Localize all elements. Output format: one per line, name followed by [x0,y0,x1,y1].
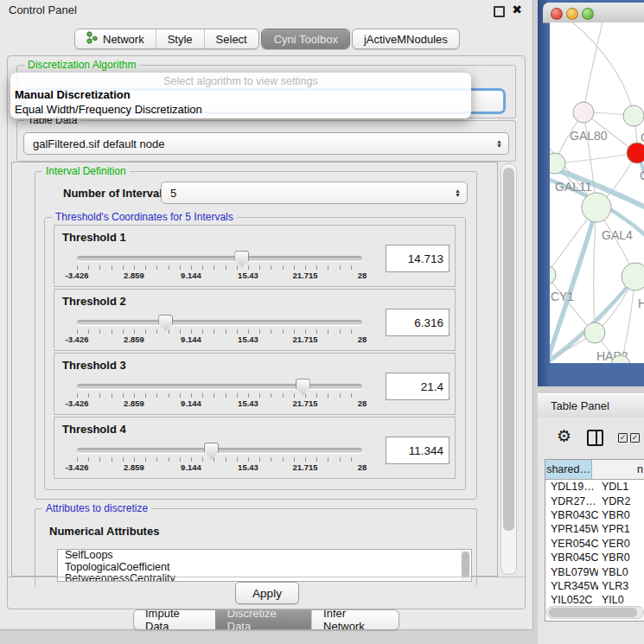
table-row[interactable]: YDL19…YDL1 [545,480,644,494]
network-canvas[interactable]: GAL80GCGAL11GAL4GCY1HHAP2 [550,22,644,363]
column-header-name[interactable]: n [592,460,644,479]
network-node[interactable] [622,263,644,290]
cell-name: YPR1 [598,523,644,535]
tab-discretize-data[interactable]: Discretize Data [215,610,311,629]
network-node-label: GAL11 [555,180,592,194]
minimize-traffic-light-icon[interactable] [566,8,578,20]
algorithm-option-equal-width[interactable]: Equal Width/Frequency Discretization [15,103,202,116]
bottom-tabs: Impute Data Discretize Data Infer Networ… [133,609,399,630]
table-data-group: Table Data galFiltered.sif default node … [16,120,516,162]
combo-arrows-icon: ▲▼ [496,139,502,148]
window-title: Control Panel [9,3,77,16]
threshold-value-field[interactable]: 6.316 [386,309,450,336]
threshold-slider[interactable] [77,448,362,453]
threshold-row: Threshold 4 -3.4262.8599.14415.4321.7152… [54,417,456,479]
tab-infer-network[interactable]: Infer Network [311,610,399,629]
checkbox-icon[interactable]: ✓ [618,433,628,443]
table-horizontal-scrollbar[interactable] [546,606,644,619]
network-window-titlebar [543,3,644,23]
attribute-list-item[interactable]: TopologicalCoefficient [58,562,471,574]
settings-scrollbar[interactable] [501,163,517,575]
control-panel-titlebar: Control Panel ✖ [0,0,532,21]
network-node-label: GAL80 [570,129,608,143]
cell-shared-name: YER054C [545,538,598,550]
threshold-value-field[interactable]: 21.4 [386,373,450,400]
float-window-icon[interactable] [494,6,505,17]
cell-shared-name: YLR345W [545,580,598,592]
threshold-slider[interactable] [77,384,362,389]
table-panel-toolbar: ⚙ ✓ ✓ [538,424,644,456]
tab-network[interactable]: Network [75,29,156,48]
apply-button[interactable]: Apply [235,582,299,604]
attributes-scrollbar[interactable] [461,551,470,580]
node-attribute-table[interactable]: shared… n YDL19…YDL1YDR27…YDR2YBR043CYBR… [545,459,644,622]
network-node[interactable] [584,322,605,343]
tab-impute-data-label: Impute Data [145,609,204,630]
table-data-combobox[interactable]: galFiltered.sif default node ▲▼ [23,132,509,155]
control-panel-window: Control Panel ✖ Network Style [0,0,533,630]
tab-cyni-toolbox[interactable]: Cyni Toolbox [262,29,349,48]
threshold-label: Threshold 2 [62,295,126,308]
slider-tick-labels: -3.4262.8599.14415.4321.71528 [77,271,362,281]
control-panel-tabs: Network Style Select Cyni Toolbox jActiv… [74,29,460,49]
table-rows: YDL19…YDL1YDR27…YDR2YBR043CYBR0YPR145WYP… [545,480,644,608]
table-row[interactable]: YPR145WYPR1 [545,522,644,536]
attributes-group: Attributes to discretize Numerical Attri… [35,508,477,587]
table-row[interactable]: YER054CYER0 [545,537,644,551]
table-row[interactable]: YBR045CYBR0 [545,551,644,564]
table-row[interactable]: YDR27…YDR2 [545,494,644,507]
attribute-list-item[interactable]: SelfLoops [58,550,471,562]
network-view-window: GAL80GCGAL11GAL4GCY1HHAP2 [538,0,644,386]
tab-group-left: Network Style Select [74,29,259,49]
cell-shared-name: YBL079W [545,566,598,578]
tab-select[interactable]: Select [204,29,258,48]
columns-icon[interactable] [587,430,603,446]
network-node-label: GCY1 [550,290,574,303]
table-row[interactable]: YLR345WYLR3 [545,579,644,593]
algorithm-option-manual[interactable]: Manual Discretization [15,88,131,101]
threshold-slider[interactable] [77,320,362,325]
tab-group-cyni: Cyni Toolbox [261,29,350,49]
close-icon[interactable]: ✖ [512,3,522,16]
number-of-intervals-combobox[interactable]: 5 ▲▼ [161,182,468,204]
thresholds-group: Threshold's Coordinates for 5 Intervals … [44,217,466,490]
interval-definition-group: Interval Definition Number of Intervals … [35,171,477,500]
gear-icon[interactable]: ⚙ [557,428,571,444]
slider-tick-labels: -3.4262.8599.14415.4321.71528 [77,335,362,345]
table-panel-title: Table Panel [551,399,609,412]
tab-jactivemnodules[interactable]: jActiveMNodules [353,29,459,48]
table-row[interactable]: YBL079WYBL0 [545,564,644,578]
algorithm-placeholder-option[interactable]: Select algorithm to view settings [10,75,471,87]
slider-tick-labels: -3.4262.8599.14415.4321.71528 [77,399,362,409]
number-of-intervals-value: 5 [170,187,176,200]
network-node[interactable] [582,193,611,222]
network-node[interactable] [573,102,594,123]
apply-strip: Apply [8,577,524,609]
network-node[interactable] [550,265,556,284]
threshold-row: Threshold 2 -3.4262.8599.14415.4321.7152… [54,289,456,351]
threshold-value-field[interactable]: 14.713 [386,245,450,272]
algorithm-dropdown-popup: Select algorithm to view settings Manual… [10,73,471,118]
zoom-traffic-light-icon[interactable] [582,8,594,20]
column-header-shared-name[interactable]: shared… [545,460,592,479]
settings-scroll-container: Interval Definition Number of Intervals … [11,162,498,577]
network-node[interactable] [627,143,644,163]
tab-cyni-toolbox-label: Cyni Toolbox [274,33,338,46]
threshold-row: Threshold 1 -3.4262.8599.14415.4321.7152… [54,225,456,287]
tab-network-label: Network [103,33,144,46]
tab-impute-data[interactable]: Impute Data [134,610,215,629]
slider-ticks [77,393,362,398]
checkbox-icon[interactable]: ✓ [630,433,640,443]
network-node-label: GAL4 [602,228,633,242]
tab-style[interactable]: Style [156,29,204,48]
threshold-slider[interactable] [77,256,362,261]
network-node[interactable] [623,105,644,126]
tab-style-label: Style [168,33,193,46]
table-panel-titlebar: Table Panel [538,393,644,419]
number-of-intervals-label: Number of Intervals [63,187,169,200]
cell-name: YDR2 [598,495,644,507]
threshold-value-field[interactable]: 11.344 [386,437,450,464]
cell-shared-name: YBR045C [545,552,598,564]
table-row[interactable]: YBR043CYBR0 [545,508,644,522]
close-traffic-light-icon[interactable] [551,8,563,20]
